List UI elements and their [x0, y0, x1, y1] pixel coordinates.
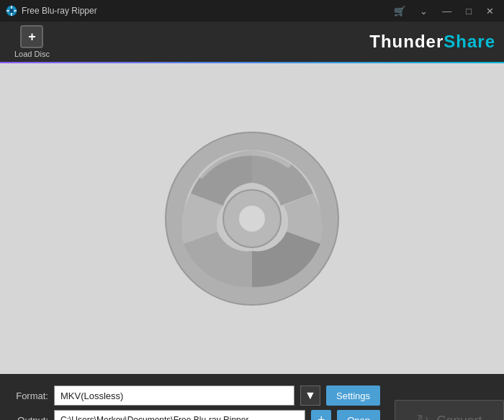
- main-content-area: [0, 63, 504, 374]
- svg-point-5: [239, 206, 265, 232]
- app-icon: [6, 5, 17, 17]
- title-right-controls: 🛒 ⌄ — □ ✕: [390, 4, 498, 18]
- minimize-icon[interactable]: —: [438, 4, 456, 18]
- logo-share: Share: [444, 32, 495, 51]
- output-path-text: C:\Users\Merkey\Documents\Free Blu-ray R…: [60, 415, 248, 420]
- expand-icon[interactable]: ⌄: [415, 4, 432, 18]
- output-label: Output:: [9, 415, 48, 421]
- thundershare-logo: ThunderShare: [369, 32, 495, 52]
- chevron-down-icon: ▼: [305, 389, 316, 402]
- close-icon[interactable]: ✕: [482, 4, 498, 18]
- restore-icon[interactable]: □: [462, 4, 476, 18]
- title-text: Free Blu-ray Ripper: [22, 6, 97, 16]
- format-value-text: MKV(Lossless): [60, 391, 288, 401]
- add-path-button[interactable]: +: [311, 410, 331, 420]
- output-path-display: C:\Users\Merkey\Documents\Free Blu-ray R…: [54, 410, 305, 420]
- format-label: Format:: [9, 391, 48, 401]
- settings-button[interactable]: Settings: [326, 385, 380, 406]
- disc-placeholder-icon: [158, 125, 346, 312]
- toolbar: + Load Disc ThunderShare: [0, 22, 504, 63]
- title-left: Free Blu-ray Ripper: [6, 5, 97, 17]
- logo-thunder: Thunder: [369, 32, 444, 51]
- open-button[interactable]: Open: [337, 410, 380, 420]
- load-disc-button[interactable]: + Load Disc: [9, 22, 55, 61]
- convert-button-area: ↻ Convert: [395, 400, 504, 420]
- title-bar: Free Blu-ray Ripper 🛒 ⌄ — □ ✕: [0, 0, 504, 22]
- convert-label: Convert: [436, 414, 482, 421]
- convert-refresh-icon: ↻: [416, 411, 429, 420]
- bottom-wrapper: Format: MKV(Lossless) ▼ Settings Output:…: [0, 374, 504, 420]
- cart-icon[interactable]: 🛒: [390, 4, 410, 18]
- load-disc-label: Load Disc: [14, 50, 50, 58]
- svg-point-1: [9, 9, 14, 13]
- load-disc-icon: +: [20, 25, 43, 48]
- convert-button[interactable]: ↻ Convert: [395, 400, 504, 420]
- format-dropdown-button[interactable]: ▼: [300, 385, 320, 406]
- format-select-display[interactable]: MKV(Lossless): [54, 385, 294, 406]
